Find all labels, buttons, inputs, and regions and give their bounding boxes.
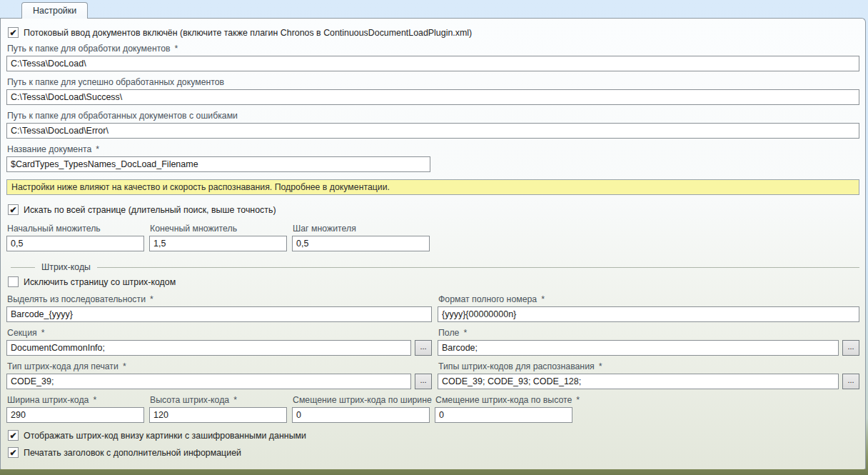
section-field-row: Секция* ... Поле* ... <box>6 322 859 356</box>
required-mark: * <box>96 144 99 154</box>
end-multiplier-label: Конечный множитель <box>150 224 287 234</box>
print-type-input[interactable] <box>6 374 411 389</box>
end-multiplier-input[interactable] <box>149 236 287 251</box>
barcode-width-input[interactable] <box>6 407 144 423</box>
check-icon[interactable]: ✔ <box>8 204 19 215</box>
error-path-input[interactable] <box>6 123 859 139</box>
start-multiplier-block: Начальный множитель <box>6 218 144 251</box>
show-barcode-label: Отображать штрих-код внизу картинки с за… <box>24 431 306 441</box>
notice-banner: Настройки ниже влияют на качество и скор… <box>6 179 859 195</box>
multiplier-row: Начальный множитель Конечный множитель Ш… <box>6 218 859 251</box>
settings-window: { "tab": { "label": "Настройки" }, "ui":… <box>0 0 868 475</box>
required-mark: * <box>150 294 153 304</box>
exclude-page-row: Исключить страницу со штрих-кодом <box>8 276 859 287</box>
step-multiplier-input[interactable] <box>292 236 430 251</box>
barcode-height-input[interactable] <box>149 407 287 423</box>
exclude-page-label: Исключить страницу со штрих-кодом <box>24 277 176 287</box>
check-icon[interactable]: ✔ <box>8 430 19 441</box>
number-format-input[interactable] <box>438 306 859 322</box>
doc-name-label: Название документа* <box>7 144 859 154</box>
end-multiplier-block: Конечный множитель <box>149 218 287 251</box>
barcodes-group-header: Штрих-коды <box>6 262 859 272</box>
section-block: Секция* ... <box>6 322 432 356</box>
barcode-width-block: Ширина штрих-кода* <box>6 389 144 423</box>
required-mark: * <box>123 361 126 371</box>
offset-height-input[interactable] <box>435 407 572 423</box>
continuous-input-row: ✔ Потоковый ввод документов включён (вкл… <box>8 27 859 38</box>
start-multiplier-label: Начальный множитель <box>7 224 144 234</box>
section-input[interactable] <box>6 340 411 356</box>
print-header-row: ✔ Печатать заголовок с дополнительной ин… <box>8 447 859 458</box>
step-multiplier-label: Шаг множителя <box>293 224 430 234</box>
recognize-types-block: Типы штрих-кодов для распознавания* ... <box>438 356 859 389</box>
barcode-height-block: Высота штрих-кода* <box>149 389 287 423</box>
group-divider <box>97 267 859 268</box>
sequence-format-row: Выделять из последовательности* Формат п… <box>6 291 859 322</box>
required-mark: * <box>93 395 96 405</box>
continuous-input-label: Потоковый ввод документов включён (включ… <box>24 28 472 38</box>
offset-width-block: Смещение штрих-кода по ширине <box>292 389 430 423</box>
tab-settings[interactable]: Настройки <box>21 2 88 19</box>
recognize-types-label: Типы штрих-кодов для распознавания* <box>438 361 859 371</box>
required-mark: * <box>175 44 178 54</box>
barcode-width-label: Ширина штрих-кода* <box>7 395 144 405</box>
barcode-size-row: Ширина штрих-кода* Высота штрих-кода* См… <box>6 389 859 423</box>
offset-width-label: Смещение штрих-кода по ширине <box>293 395 430 405</box>
process-path-input[interactable] <box>6 56 859 71</box>
start-multiplier-input[interactable] <box>6 236 144 251</box>
required-mark: * <box>576 395 580 405</box>
process-path-label: Путь к папке для обработки документов* <box>7 44 859 54</box>
notice-text: Настройки ниже влияют на качество и скор… <box>11 182 390 192</box>
required-mark: * <box>463 328 467 338</box>
recognize-types-input[interactable] <box>438 374 839 389</box>
required-mark: * <box>599 361 602 371</box>
print-header-label: Печатать заголовок с дополнительной инфо… <box>24 448 241 458</box>
error-path-label: Путь к папке для обработанных документов… <box>7 111 859 121</box>
print-type-block: Тип штрих-кода для печати* ... <box>6 356 432 389</box>
barcode-types-row: Тип штрих-кода для печати* ... Типы штри… <box>6 356 859 389</box>
print-type-ellipsis-button[interactable]: ... <box>415 374 432 389</box>
tab-settings-label: Настройки <box>33 6 76 16</box>
success-path-label: Путь к папке для успешно обработанных до… <box>7 77 859 87</box>
settings-panel: ✔ Потоковый ввод документов включён (вкл… <box>0 18 866 470</box>
full-page-search-row: ✔ Искать по всей странице (длительный по… <box>8 204 859 215</box>
required-mark: * <box>541 294 545 304</box>
field-label: Поле* <box>438 328 859 338</box>
required-mark: * <box>233 395 237 405</box>
check-icon[interactable]: ✔ <box>8 27 19 38</box>
field-block: Поле* ... <box>438 322 859 356</box>
required-mark: * <box>41 328 45 338</box>
step-multiplier-block: Шаг множителя <box>292 218 430 251</box>
show-barcode-row: ✔ Отображать штрих-код внизу картинки с … <box>8 430 859 441</box>
success-path-input[interactable] <box>6 89 859 105</box>
barcode-height-label: Высота штрих-кода* <box>150 395 287 405</box>
barcodes-group-title: Штрих-коды <box>35 262 97 272</box>
field-ellipsis-button[interactable]: ... <box>842 340 859 356</box>
sequence-block: Выделять из последовательности* <box>6 291 432 322</box>
doc-name-input[interactable] <box>6 156 430 172</box>
full-page-search-label: Искать по всей странице (длительный поис… <box>24 205 276 215</box>
offset-height-block: Смещение штрих-кода по высоте* <box>435 389 572 423</box>
recognize-types-ellipsis-button[interactable]: ... <box>842 374 859 389</box>
check-icon[interactable]: ✔ <box>8 447 19 458</box>
print-type-label: Тип штрих-кода для печати* <box>7 361 432 371</box>
section-label: Секция* <box>7 328 432 338</box>
sequence-input[interactable] <box>6 306 432 322</box>
number-format-label: Формат полного номера* <box>438 294 859 304</box>
sequence-label: Выделять из последовательности* <box>7 294 432 304</box>
offset-width-input[interactable] <box>292 407 430 423</box>
checkbox-icon[interactable] <box>8 276 19 287</box>
number-format-block: Формат полного номера* <box>438 291 859 322</box>
group-divider <box>11 267 35 268</box>
field-input[interactable] <box>438 340 839 356</box>
offset-height-label: Смещение штрих-кода по высоте* <box>435 395 572 405</box>
section-ellipsis-button[interactable]: ... <box>415 340 432 356</box>
